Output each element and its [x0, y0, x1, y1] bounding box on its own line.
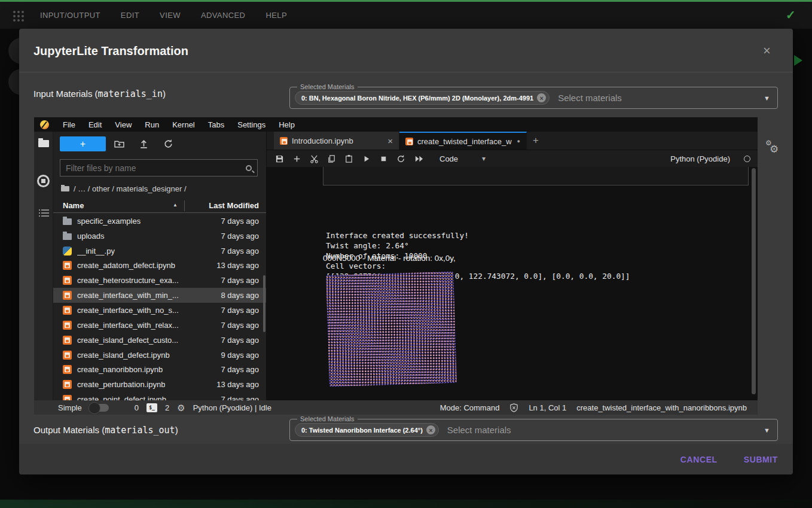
chevron-down-icon[interactable]: ▾ [482, 154, 486, 163]
column-name[interactable]: Name [63, 201, 84, 210]
output-materials-select[interactable]: Selected Materials 0: Twisted Nanoribbon… [289, 419, 778, 441]
jupyter-menu-item[interactable]: Settings [231, 120, 272, 129]
tab-create-twisted-interface[interactable]: create_twisted_interface_w ● [399, 132, 527, 150]
file-type-icon [63, 276, 72, 285]
file-row[interactable]: create_heterostructure_exa... 7 days ago [53, 273, 266, 288]
cut-icon[interactable] [310, 154, 319, 163]
file-row[interactable]: __init__.py 7 days ago [53, 244, 266, 258]
kernel-status-icon[interactable] [744, 156, 750, 162]
chip-delete-icon[interactable]: × [426, 425, 435, 434]
file-row[interactable]: create_nanoribbon.ipynb 7 days ago [53, 362, 266, 377]
refresh-icon[interactable] [163, 139, 173, 149]
file-row[interactable]: uploads 7 days ago [53, 229, 266, 244]
dropdown-arrow-icon[interactable]: ▼ [764, 95, 770, 102]
cancel-button[interactable]: CANCEL [680, 455, 718, 464]
jupyter-left-sidebar [34, 132, 53, 400]
jupyter-menu-item[interactable]: Run [138, 120, 166, 129]
sort-ascending-icon[interactable]: ▲ [173, 202, 178, 208]
file-modified: 7 days ago [221, 365, 259, 374]
terminal-count[interactable]: 0 [135, 403, 139, 412]
bottom-accent-band [0, 500, 812, 508]
upload-icon[interactable] [139, 139, 149, 149]
file-modified: 7 days ago [221, 336, 259, 345]
file-type-icon [63, 380, 72, 389]
tab-close-icon[interactable]: × [387, 136, 393, 146]
material-structure-visualization[interactable] [326, 272, 457, 387]
app-menu-item[interactable]: INPUT/OUTPUT [40, 11, 100, 20]
new-tab-button[interactable]: + [527, 132, 545, 150]
check-icon[interactable]: ✓ [786, 8, 796, 22]
kernel-status-text[interactable]: Python (Pyodide) | Idle [193, 403, 271, 412]
material-chip[interactable]: 0: Twisted Nanoribbon Interface (2.64°) … [295, 423, 439, 437]
play-arrow-icon[interactable] [794, 55, 802, 66]
new-launcher-button[interactable]: + [60, 136, 106, 151]
folder-icon[interactable] [61, 186, 69, 191]
file-browser-icon[interactable] [38, 140, 49, 147]
app-menu-item[interactable]: EDIT [121, 11, 139, 20]
input-materials-label: Input Materials (materials_in) [33, 89, 166, 99]
run-icon[interactable] [362, 154, 371, 163]
cursor-position[interactable]: Ln 1, Col 1 [529, 403, 566, 412]
run-all-icon[interactable] [414, 154, 424, 163]
app-menu-item[interactable]: ADVANCED [201, 11, 245, 20]
cell-type-select[interactable]: Code [439, 154, 458, 163]
output-line: Interface created successfully! [326, 230, 630, 241]
running-kernels-icon[interactable] [37, 175, 50, 187]
file-row[interactable]: create_perturbation.ipynb 13 days ago [53, 377, 266, 392]
file-row[interactable]: create_interface_with_no_s... 7 days ago [53, 303, 266, 318]
app-menu-item[interactable]: HELP [265, 11, 287, 20]
file-row[interactable]: create_island_defect_custo... 7 days ago [53, 333, 266, 348]
file-row[interactable]: create_adatom_defect.ipynb 13 days ago [53, 258, 266, 273]
new-folder-icon[interactable] [114, 139, 124, 149]
jupyter-menu-item[interactable]: Help [272, 120, 301, 129]
unsaved-dot-icon[interactable]: ● [517, 138, 520, 144]
copy-icon[interactable] [327, 154, 336, 163]
file-row[interactable]: create_interface_with_min_... 8 days ago [53, 288, 266, 303]
filter-files-input[interactable] [66, 163, 246, 173]
notebook-content[interactable]: visualize_materials(interface, repetitio… [267, 167, 758, 400]
jupyter-menu-item[interactable]: File [56, 120, 82, 129]
terminal-icon[interactable]: $_ [146, 403, 157, 412]
file-row[interactable]: create_point_defect.ipynb 7 days ago [53, 392, 266, 400]
kernel-name[interactable]: Python (Pyodide) [670, 154, 730, 163]
command-mode-label[interactable]: Mode: Command [440, 403, 500, 412]
column-last-modified[interactable]: Last Modified [209, 201, 259, 210]
file-row[interactable]: create_interface_with_relax... 7 days ag… [53, 318, 266, 333]
file-list-scrollbar[interactable] [263, 275, 265, 332]
file-name: create_heterostructure_exa... [77, 276, 179, 285]
chip-delete-icon[interactable]: × [537, 93, 546, 102]
add-cell-icon[interactable] [292, 154, 301, 163]
paste-icon[interactable] [344, 154, 353, 163]
breadcrumb-path[interactable]: / … / other / materials_designer / [74, 184, 187, 193]
kernel-sessions-icon[interactable]: ⚙ [177, 403, 185, 412]
dropdown-arrow-icon[interactable]: ▼ [764, 427, 770, 434]
app-menu-item[interactable]: VIEW [160, 11, 181, 20]
close-icon[interactable]: × [763, 43, 771, 59]
notebook-scrollbar[interactable] [752, 168, 756, 394]
jupyter-menu-item[interactable]: Tabs [202, 120, 231, 129]
restart-kernel-icon[interactable] [396, 154, 405, 163]
breadcrumb: / … / other / materials_designer / [61, 184, 187, 193]
simple-mode-toggle[interactable] [90, 404, 109, 412]
settings-gears-icon[interactable]: ⚙ ⚙ [765, 140, 783, 158]
file-row[interactable]: create_island_defect.ipynb 9 days ago [53, 348, 266, 363]
apps-grid-icon[interactable] [13, 11, 25, 23]
jupyter-menu-item[interactable]: Edit [82, 120, 108, 129]
save-icon[interactable] [275, 154, 284, 163]
file-modified: 7 days ago [221, 247, 259, 255]
jupyter-menu-item[interactable]: Kernel [166, 120, 202, 129]
table-of-contents-icon[interactable] [39, 209, 49, 218]
file-row[interactable]: specific_examples 7 days ago [53, 214, 266, 229]
submit-button[interactable]: SUBMIT [744, 455, 778, 464]
kernel-count[interactable]: 2 [165, 403, 169, 412]
output-line: Twist angle: 2.64° [326, 241, 630, 251]
trust-shield-icon[interactable] [509, 403, 518, 412]
input-materials-select[interactable]: Selected Materials 0: BN, Hexagonal Boro… [289, 87, 778, 109]
notebook-icon [280, 137, 288, 145]
stop-icon[interactable] [379, 154, 388, 163]
file-type-icon [63, 306, 72, 315]
material-chip[interactable]: 0: BN, Hexagonal Boron Nitride, HEX (P6/… [295, 91, 550, 105]
code-cell[interactable]: visualize_materials(interface, repetitio… [323, 167, 749, 185]
jupyter-menu-item[interactable]: View [108, 120, 138, 129]
tab-introduction[interactable]: Introduction.ipynb × [274, 132, 399, 150]
